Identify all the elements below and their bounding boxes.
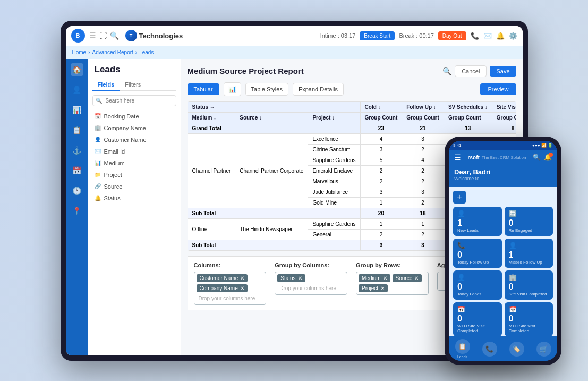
phone-logo: rsoft — [468, 155, 480, 160]
expand-icon[interactable]: ⛶ — [99, 31, 107, 40]
table-styles-button[interactable]: Table Styles — [245, 83, 288, 96]
tag-status[interactable]: Status ✕ — [277, 274, 305, 282]
field-project[interactable]: 📁 Project — [88, 169, 181, 181]
gt-sv: 13 — [444, 123, 492, 133]
group-by-rows-label: Group by Rows: — [356, 262, 429, 268]
breadcrumb-home[interactable]: Home — [72, 49, 87, 55]
phone-time: 9:41 — [453, 143, 462, 148]
field-label: Source — [104, 183, 123, 190]
save-button[interactable]: Save — [490, 66, 516, 77]
tag-remove-company[interactable]: ✕ — [240, 285, 244, 291]
tag-remove-project[interactable]: ✕ — [380, 285, 385, 291]
phone-card-icon-today-followup: 📞 — [457, 242, 498, 249]
cancel-button[interactable]: Cancel — [455, 65, 487, 77]
tab-filters[interactable]: Filters — [120, 79, 146, 91]
preview-button[interactable]: Preview — [480, 83, 516, 95]
phone-card-icon-new-leads: 👤 — [457, 210, 498, 217]
phone-top-icons: 🔍 🔔 — [533, 154, 552, 161]
phone-nav-cart-icon: 🛒 — [536, 342, 551, 357]
tag-customer-name[interactable]: Customer Name ✕ — [197, 274, 248, 282]
phone-icon[interactable]: 📞 — [471, 32, 479, 40]
field-company-name[interactable]: 🏢 Company Name — [88, 122, 181, 134]
sidebar-clock-icon[interactable]: 🕐 — [71, 184, 83, 197]
phone-menu-icon[interactable]: ☰ — [454, 153, 461, 162]
tag-remove-source[interactable]: ✕ — [414, 275, 419, 281]
tag-remove-customer[interactable]: ✕ — [240, 275, 244, 281]
sidebar-location-icon[interactable]: 📍 — [71, 205, 83, 217]
phone-nav-leads[interactable]: 📋 Leads — [455, 339, 470, 359]
field-status[interactable]: 🔔 Status — [88, 192, 181, 204]
phone-card-wtd-site[interactable]: 📅 0 WTD Site Visit Completed — [453, 302, 502, 336]
field-icon-company: 🏢 — [95, 125, 101, 131]
chart-button[interactable]: 📊 — [224, 82, 241, 96]
breadcrumb-sep1: › — [88, 49, 90, 55]
tag-remove-medium[interactable]: ✕ — [383, 275, 387, 281]
search-icon-report[interactable]: 🔍 — [442, 67, 451, 75]
action-icons: 📞 ✉️ 🔔 ⚙️ — [471, 32, 517, 40]
field-customer-name[interactable]: 👤 Customer Name — [88, 134, 181, 146]
phone-logo-area: rsoft The Best CRM Solution — [468, 155, 526, 160]
project-goldmine: Gold Mine — [308, 197, 360, 208]
field-icon-customer: 👤 — [95, 137, 101, 142]
sidebar-home-icon[interactable]: 🏠 — [71, 63, 83, 76]
phone-card-icon-wtd-site: 📅 — [457, 306, 498, 313]
phone-nav-tag[interactable]: 🏷️ — [509, 342, 524, 357]
report-header: Medium Source Project Report 🔍 Cancel Sa… — [188, 65, 516, 77]
phone-card-site-visit[interactable]: 🏢 0 Site Visit Completed — [505, 270, 553, 300]
phone-card-label-missed-followup: Missed Follow Up — [509, 260, 549, 265]
group-rows-tag-box[interactable]: Medium ✕ Source ✕ Project ✕ — [356, 272, 429, 295]
phone-logo-sub: The Best CRM Solution — [482, 155, 526, 160]
group-cols-tag-box[interactable]: Status ✕ Drop your columns here — [275, 272, 347, 295]
settings-icon[interactable]: ⚙️ — [509, 32, 517, 40]
phone-card-icon-today-leads: 👤 — [457, 274, 498, 281]
sidebar-chart-icon[interactable]: 📊 — [71, 104, 83, 116]
menu-icon[interactable]: ☰ — [89, 31, 96, 40]
search-input[interactable] — [92, 95, 176, 106]
columns-tag-box[interactable]: Customer Name ✕ Company Name ✕ Drop your… — [194, 272, 267, 305]
sidebar-tabs: Fields Filters — [92, 79, 176, 91]
phone-search-icon[interactable]: 🔍 — [533, 154, 541, 161]
expand-details-button[interactable]: Expand Details — [293, 83, 344, 96]
phone-card-new-leads[interactable]: 👤 1 New Leads — [453, 207, 502, 236]
tag-company-name[interactable]: Company Name ✕ — [197, 284, 248, 292]
phone-card-count-today-followup: 0 — [457, 250, 498, 260]
phone-card-today-followup[interactable]: 📞 0 Today Follow Up — [453, 239, 502, 268]
phone-card-re-engaged[interactable]: 🔄 0 Re Engaged — [505, 207, 553, 236]
tag-source[interactable]: Source ✕ — [393, 274, 422, 282]
field-booking-date[interactable]: 📅 Booking Date — [88, 111, 181, 122]
phone-card-missed-followup[interactable]: 👤 1 Missed Follow Up — [505, 239, 553, 268]
day-out-button[interactable]: Day Out — [438, 31, 466, 40]
phone-plus-button[interactable]: + — [453, 191, 466, 204]
phone-nav-cart[interactable]: 🛒 — [536, 342, 551, 357]
bell-icon[interactable]: 🔔 — [496, 32, 505, 40]
phone-greeting-name: Dear, Badri — [454, 168, 552, 176]
sidebar-anchor-icon[interactable]: ⚓ — [71, 144, 83, 157]
tabular-button[interactable]: Tabular — [188, 83, 219, 95]
tab-fields[interactable]: Fields — [92, 79, 120, 91]
phone-nav-tag-icon: 🏷️ — [509, 342, 524, 357]
field-email[interactable]: ✉️ Email Id — [88, 146, 181, 157]
breadcrumb-advanced-report[interactable]: Advanced Report — [92, 49, 133, 55]
sidebar-person-icon[interactable]: 👤 — [71, 83, 83, 96]
gt-cold: 23 — [360, 123, 402, 133]
sidebar-calendar-icon[interactable]: 📅 — [71, 164, 83, 177]
tag-project[interactable]: Project ✕ — [359, 284, 388, 292]
phone-nav-call[interactable]: 📞 — [482, 342, 497, 357]
phone-card-count-new-leads: 1 — [457, 218, 498, 228]
breadcrumb: Home › Advanced Report › Leads — [66, 46, 523, 59]
email-icon[interactable]: ✉️ — [483, 32, 492, 40]
break-start-button[interactable]: Break Start — [360, 31, 395, 40]
field-source[interactable]: 🔗 Source — [88, 181, 181, 192]
phone-card-mtd-site[interactable]: 📅 0 MTD Site Visit Completed — [505, 302, 553, 336]
top-bar-right: Intime : 03:17 Break Start Break : 00:17… — [320, 31, 517, 40]
tag-remove-status[interactable]: ✕ — [298, 275, 302, 281]
phone-card-today-leads[interactable]: 👤 0 Today Leads — [453, 270, 502, 300]
field-medium[interactable]: 📊 Medium — [88, 157, 181, 169]
th-sub-site: Group Count — [492, 112, 516, 123]
th-sitevisited: Site Visited ↓ — [492, 101, 516, 112]
search-icon-top[interactable]: 🔍 — [110, 31, 119, 40]
sidebar-table-icon[interactable]: 📋 — [71, 124, 83, 137]
columns-col: Columns: Customer Name ✕ Company Name ✕ — [194, 262, 267, 305]
tag-medium[interactable]: Medium ✕ — [359, 274, 390, 282]
th-sub-source: Source ↓ — [235, 112, 308, 123]
